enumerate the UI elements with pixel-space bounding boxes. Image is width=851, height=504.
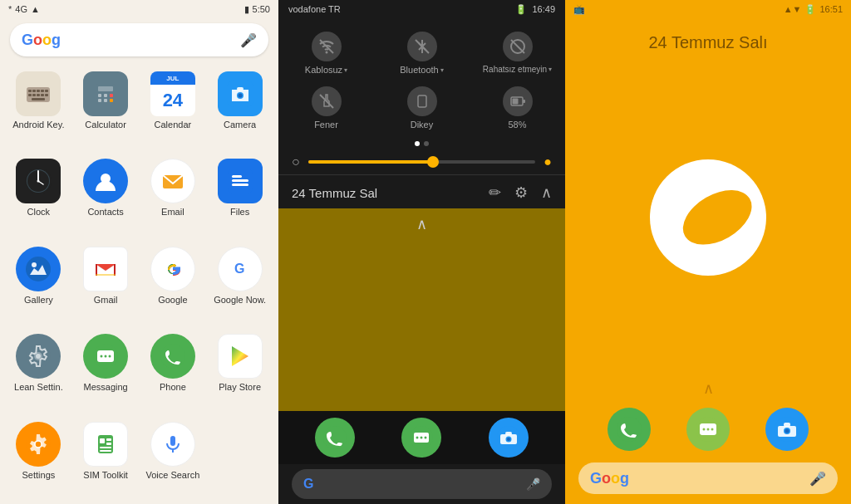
app-messaging[interactable]: Messaging [74,329,138,413]
app-gmail[interactable]: Gmail [74,242,138,325]
svg-point-80 [425,437,427,439]
app-label: Google Now. [214,295,266,306]
svg-rect-17 [98,99,101,102]
app-clock[interactable]: Clock [7,154,71,237]
svg-point-36 [26,257,51,281]
app-gallery[interactable]: Gallery [7,242,71,325]
notification-content-area: ∧ [278,208,565,411]
mic-icon-p3[interactable]: 🎤 [809,471,826,487]
toggle-rotate[interactable]: Dikey [374,80,470,135]
svg-rect-39 [96,264,97,276]
app-play-store[interactable]: Play Store [208,329,272,413]
flashlight-toggle-icon [312,86,342,116]
svg-point-79 [421,437,423,439]
dnd-label: Rahatsız etmeyin ▾ [483,65,552,74]
svg-rect-85 [505,432,512,435]
svg-point-75 [323,426,347,449]
app-calculator[interactable]: Calculator [74,66,138,150]
wifi-label: Kablosuz ▾ [305,65,347,75]
time-display-p2: 16:49 [532,4,555,14]
brightness-fill [308,160,434,164]
svg-rect-60 [100,447,111,448]
google-search-bar-p2[interactable]: G 🎤 [292,469,552,499]
svg-point-91 [711,428,713,431]
app-label: Settings [22,470,56,481]
app-lean-settings[interactable]: Lean Settin. [7,329,71,413]
svg-point-65 [325,51,327,54]
dock-phone-p3[interactable] [608,408,651,451]
dock-camera-p2[interactable] [489,418,529,458]
svg-rect-1 [28,90,32,92]
date-display: 24 Temmuz Salı [565,18,851,61]
svg-rect-4 [41,90,44,92]
carrier-name: vodafone TR [288,4,341,14]
status-icons-right: 🔋 16:49 [515,4,555,15]
rotate-label: Dikey [411,120,434,130]
toggle-dnd[interactable]: Rahatsız etmeyin ▾ [470,25,565,80]
dock-camera-p3[interactable] [765,408,809,451]
settings-notification-button[interactable]: ⚙ [514,183,528,202]
google-logo-p3: Goog [590,470,629,487]
app-icon-voice-search [150,422,195,467]
svg-rect-57 [100,438,105,443]
dock-panel3 [565,403,851,456]
app-android-keyboard[interactable]: Android Key. [7,66,71,150]
page-dots [278,138,565,149]
app-icon-clock [16,159,61,203]
brand-logo [650,159,766,276]
app-icon-google [150,247,195,291]
edit-notification-button[interactable]: ✏ [489,183,501,202]
svg-point-51 [109,355,111,358]
dnd-toggle-icon [503,32,533,61]
google-search-bar-p3[interactable]: Goog 🎤 [578,462,838,494]
signal-icon: ▲ [31,4,40,14]
app-label: Play Store [219,382,261,393]
app-google-now[interactable]: G Google Now. [208,242,272,325]
flashlight-label: Fener [314,120,338,130]
app-files[interactable]: Files [208,154,272,237]
app-icon-android-keyboard [16,71,61,116]
toggle-flashlight[interactable]: Fener [278,80,374,135]
toggle-wifi[interactable]: Kablosuz ▾ [278,25,374,80]
app-calendar[interactable]: JUL 24 Calendar [141,66,205,150]
svg-rect-8 [37,94,40,96]
expand-arrow[interactable]: ∧ [278,208,565,240]
dot-1 [415,141,420,146]
svg-point-49 [101,355,103,358]
app-icon-phone [150,334,195,379]
dock-phone-p2[interactable] [315,418,355,458]
network-icon: 4G [15,4,27,14]
app-contacts[interactable]: Contacts [74,154,138,237]
status-bar-panel3: 📺 ▲▼ 🔋 16:51 [565,0,851,18]
app-drawer-panel: * 4G ▲ ▮ 5:50 Goog 🎤 Android Key. Calcul… [0,0,278,504]
toggle-battery[interactable]: 58% [470,80,565,135]
notification-title: 24 Temmuz Sal [292,186,377,200]
svg-point-46 [36,354,41,359]
expand-notification-button[interactable]: ∧ [541,183,552,202]
brightness-track[interactable] [308,160,536,164]
mic-icon-p2[interactable]: 🎤 [526,477,540,491]
expand-arrow-p3[interactable]: ∧ [565,374,851,403]
app-email[interactable]: Email [141,154,205,237]
app-camera[interactable]: Camera [208,66,272,150]
svg-rect-74 [512,99,518,105]
svg-rect-61 [100,450,111,452]
app-settings[interactable]: Settings [7,417,71,501]
svg-point-52 [160,344,185,369]
toggle-bluetooth[interactable]: Bluetooth ▾ [374,25,470,80]
app-voice-search[interactable]: Voice Search [141,417,205,501]
google-search-bar[interactable]: Goog 🎤 [10,23,268,56]
app-sim-toolkit[interactable]: SIM Toolkit [74,417,138,501]
notification-actions: ✏ ⚙ ∧ [489,183,552,202]
app-icon-sim-toolkit [83,422,128,467]
dock-messaging-p3[interactable] [686,408,730,451]
mic-icon[interactable]: 🎤 [240,32,257,48]
signal-icon-p3: ▲▼ [784,4,802,14]
dock-messaging-p2[interactable] [401,418,441,458]
app-google[interactable]: Google [141,242,205,325]
svg-rect-19 [110,99,113,102]
yellow-homescreen-panel: 📺 ▲▼ 🔋 16:51 24 Temmuz Salı ∧ Goog 🎤 [565,0,851,504]
svg-rect-3 [37,90,40,92]
svg-rect-73 [523,100,525,103]
app-phone[interactable]: Phone [141,329,205,413]
